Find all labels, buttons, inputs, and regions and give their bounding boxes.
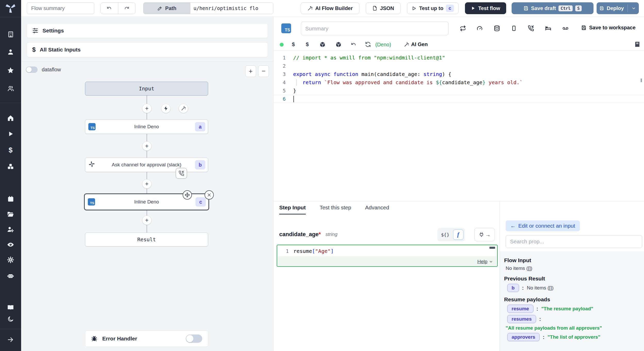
user-cog-icon[interactable]	[0, 224, 21, 235]
prop-pill[interactable]: b	[507, 284, 519, 292]
code-line[interactable]: 4 return `Flow was approved and candidat…	[274, 78, 644, 87]
scrollbar-thumb[interactable]	[489, 247, 495, 249]
redo-button[interactable]	[118, 3, 135, 14]
add-step-button[interactable]: +	[142, 179, 151, 189]
settings-gear-icon[interactable]	[0, 255, 21, 265]
code-line[interactable]: 3export async function main(candidate_ag…	[274, 70, 644, 78]
step-summary-input[interactable]	[301, 22, 448, 35]
code-line[interactable]: 5}	[274, 87, 644, 95]
ai-add-step-button[interactable]	[179, 104, 188, 113]
edit-or-connect-button[interactable]: ← Edit or connect an input	[506, 220, 580, 231]
path-input[interactable]	[190, 3, 273, 14]
error-handler-card[interactable]: Error Handler	[85, 330, 208, 347]
connect-input-button[interactable]: →	[474, 228, 495, 241]
variable-dollar-icon[interactable]: $	[292, 41, 295, 47]
prop-value: No items ([])	[527, 285, 553, 291]
add-step-button[interactable]: +	[142, 216, 151, 225]
divider	[21, 61, 273, 62]
error-handler-toggle[interactable]	[186, 335, 202, 343]
help-link[interactable]: Help	[477, 259, 493, 264]
required-mark: *	[319, 231, 321, 238]
test-up-to-button[interactable]: Test up to c	[407, 2, 459, 14]
cache-database-icon[interactable]	[494, 25, 500, 31]
expression-line[interactable]: 1 resume["Age"]	[278, 246, 496, 256]
reset-undo-icon[interactable]	[351, 41, 357, 48]
code-editor[interactable]: 1// import * as wmill from "npm:windmill…	[274, 54, 644, 103]
tab-advanced[interactable]: Advanced	[365, 204, 389, 215]
zoom-out-button[interactable]: −	[258, 65, 269, 77]
bot-icon[interactable]	[0, 271, 21, 281]
package-icon[interactable]	[319, 41, 326, 48]
flow-summary-input[interactable]	[27, 2, 94, 14]
flow-node-result[interactable]: Result	[85, 233, 208, 246]
calendar-icon[interactable]	[0, 194, 21, 204]
colon: :	[539, 316, 541, 322]
deploy-button[interactable]: Deploy	[597, 2, 639, 14]
package-icon[interactable]	[335, 41, 342, 48]
suspend-phone-incoming-icon[interactable]	[528, 25, 534, 31]
template-mode-button[interactable]: ${}	[439, 232, 452, 237]
divider	[628, 4, 628, 12]
code-line[interactable]: 1// import * as wmill from "npm:windmill…	[274, 54, 644, 62]
moon-icon[interactable]	[0, 314, 21, 324]
javascript-mode-button[interactable]: f	[453, 229, 463, 240]
eye-icon[interactable]	[0, 239, 21, 250]
flow-node-b[interactable]: Ask channel for approval (slack) b	[85, 158, 208, 172]
home-icon[interactable]	[0, 113, 21, 123]
sleep-bed-icon[interactable]	[545, 25, 551, 31]
line-number: 6	[274, 96, 286, 102]
tab-step-input[interactable]: Step Input	[279, 204, 306, 215]
save-draft-button[interactable]: Save draft Ctrl S	[512, 2, 594, 14]
ai-flow-builder-button[interactable]: AI Flow Builder	[301, 2, 359, 14]
users-icon[interactable]	[0, 83, 21, 93]
flow-node-a[interactable]: TS Inline Deno a	[85, 119, 208, 134]
star-icon[interactable]	[0, 65, 21, 75]
folder-open-icon[interactable]	[0, 209, 21, 219]
undo-button[interactable]	[101, 3, 118, 14]
search-prop-input[interactable]	[506, 235, 642, 248]
library-book-icon[interactable]	[634, 41, 641, 49]
prop-pill[interactable]: resumes	[507, 315, 536, 323]
prop-pill[interactable]: approvers	[507, 333, 540, 341]
play-icon[interactable]	[0, 129, 21, 139]
concurrency-panel-icon[interactable]	[511, 25, 517, 31]
windmill-logo-icon[interactable]	[0, 3, 21, 13]
dollar-icon[interactable]: $	[0, 145, 21, 155]
path-button[interactable]: Path	[143, 3, 190, 14]
save-to-workspace-button[interactable]: Save to workspace	[581, 25, 635, 31]
code-line[interactable]: 6	[274, 95, 644, 103]
runtime-deno-label[interactable]: (Deno)	[375, 42, 391, 48]
resource-dollar-icon[interactable]: $	[306, 41, 309, 47]
node-title: Inline Deno	[85, 124, 208, 130]
suspend-approval-badge[interactable]	[176, 168, 187, 179]
flow-node-input[interactable]: Input	[85, 82, 208, 96]
json-button[interactable]: JSON	[366, 2, 401, 14]
add-step-button[interactable]: +	[142, 104, 151, 113]
boxes-icon[interactable]	[0, 161, 21, 172]
arrow-right-icon[interactable]	[0, 335, 21, 345]
dataflow-toggle[interactable]	[26, 66, 38, 73]
typescript-icon: TS	[88, 123, 96, 130]
mock-voicemail-icon[interactable]	[562, 25, 569, 31]
user-icon[interactable]	[0, 47, 21, 57]
zoom-in-button[interactable]: +	[245, 65, 256, 77]
move-node-handle[interactable]	[183, 190, 192, 200]
book-open-icon[interactable]	[0, 302, 21, 313]
settings-button[interactable]: Settings	[27, 23, 268, 38]
gauge-icon[interactable]	[477, 25, 483, 31]
tab-test-this-step[interactable]: Test this step	[320, 204, 351, 215]
add-step-button[interactable]: +	[142, 141, 151, 151]
building-icon[interactable]	[0, 29, 21, 39]
refresh-icon[interactable]	[365, 41, 371, 48]
overview-ruler-mark	[641, 79, 642, 82]
ai-gen-button[interactable]: AI Gen	[404, 41, 428, 47]
expression-editor[interactable]: 1 resume["Age"] Help	[277, 245, 498, 267]
chevron-down-icon[interactable]	[631, 6, 636, 11]
test-flow-button[interactable]: Test flow	[465, 2, 506, 14]
all-static-inputs-button[interactable]: $ All Static Inputs	[27, 42, 268, 57]
prop-pill[interactable]: resume	[507, 305, 533, 313]
retries-icon[interactable]	[460, 25, 466, 31]
delete-node-button[interactable]	[205, 190, 214, 200]
code-line[interactable]: 2	[274, 62, 644, 70]
trigger-button[interactable]	[161, 104, 171, 113]
